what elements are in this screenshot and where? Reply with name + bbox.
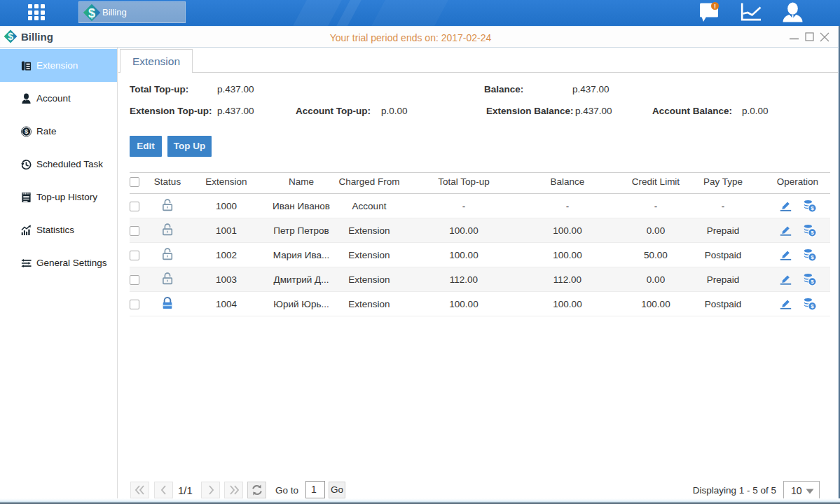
- svg-text:$: $: [811, 205, 814, 211]
- svg-text:$: $: [811, 303, 814, 309]
- svg-text:$: $: [811, 279, 814, 285]
- svg-text:$: $: [811, 254, 814, 260]
- svg-text:$: $: [88, 6, 95, 20]
- svg-text:$: $: [811, 230, 814, 236]
- svg-text:$: $: [25, 128, 29, 135]
- svg-text:!: !: [714, 3, 716, 10]
